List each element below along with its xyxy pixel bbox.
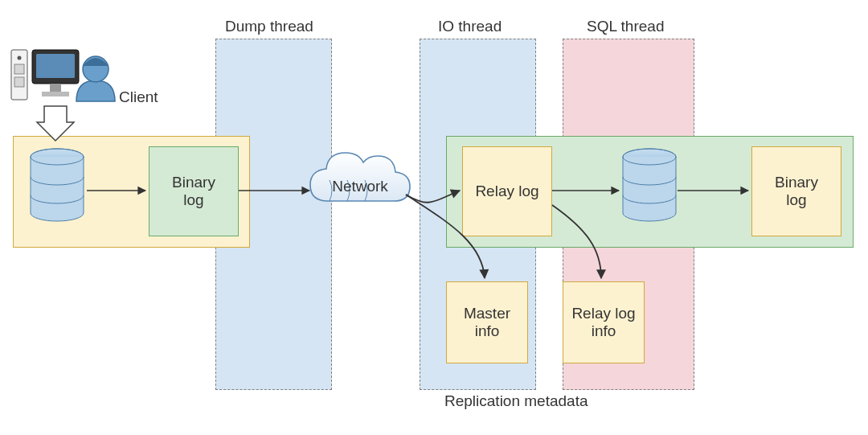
workstation-icon	[11, 50, 79, 100]
svg-rect-3	[14, 77, 24, 87]
svg-point-1	[18, 56, 22, 60]
svg-rect-7	[42, 92, 69, 96]
user-icon	[76, 56, 115, 101]
network-label: Network	[332, 178, 388, 195]
svg-rect-6	[50, 84, 61, 92]
diagram-canvas: Network	[0, 0, 868, 435]
svg-rect-5	[36, 54, 75, 78]
master-db-icon	[31, 149, 84, 221]
svg-rect-2	[14, 64, 24, 74]
client-arrow-icon	[37, 106, 74, 141]
edge-relay-to-relayinfo	[552, 205, 601, 278]
edge-network-to-masterinfo	[406, 195, 485, 278]
slave-db-icon	[623, 149, 676, 221]
